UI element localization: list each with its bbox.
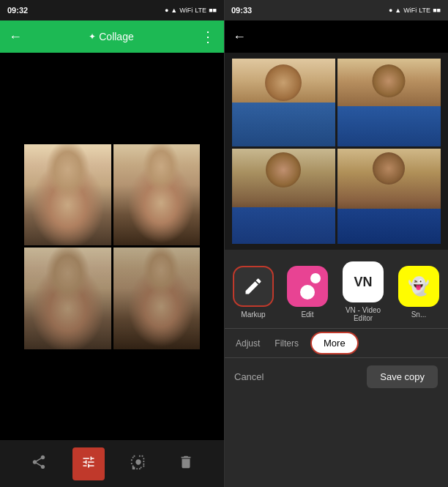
- back-button-left[interactable]: ←: [9, 29, 22, 45]
- focus-button[interactable]: [124, 448, 152, 480]
- collage-grid: [24, 144, 200, 349]
- back-button-right[interactable]: ←: [233, 29, 246, 45]
- phone-divider: [224, 0, 225, 487]
- status-bar-right: 09:33 ● ▲ WiFi LTE ■■: [224, 0, 448, 21]
- time-right: 09:33: [231, 6, 252, 15]
- markup-icon: [233, 266, 274, 307]
- top-bar-right: ←: [224, 21, 448, 53]
- photo-bottom-right: [337, 149, 441, 244]
- tab-adjust[interactable]: Adjust: [233, 334, 263, 353]
- photo-cell-tr: [113, 144, 201, 246]
- save-copy-button[interactable]: Save copy: [367, 365, 438, 388]
- photo-grid-left: [0, 53, 224, 440]
- vn-icon: VN: [343, 261, 384, 302]
- time-left: 09:32: [7, 6, 28, 15]
- edit-label: Edit: [301, 311, 313, 319]
- delete-button[interactable]: [172, 448, 200, 480]
- cancel-button[interactable]: Cancel: [234, 371, 264, 382]
- tab-more[interactable]: More: [310, 332, 359, 354]
- photo-row-top: [232, 59, 441, 146]
- status-icons-left: ● ▲ WiFi LTE ■■: [165, 7, 217, 14]
- collage-plus-icon: ✦: [89, 31, 96, 42]
- more-menu-icon-left[interactable]: ⋮: [201, 28, 215, 45]
- top-bar-left: ← ✦ Collage ⋮: [0, 21, 224, 53]
- app-edit[interactable]: Edit: [287, 266, 328, 319]
- share-sheet: Markup Edit VN VN - Video Editor 👻: [224, 250, 448, 487]
- adjust-button[interactable]: [72, 447, 105, 480]
- snap-label: Sn...: [411, 311, 427, 319]
- bottom-bar-left: [0, 440, 224, 487]
- photo-bottom-left: [232, 149, 335, 244]
- photo-grid-right: [224, 53, 448, 250]
- photo-cell-tl: [24, 144, 111, 246]
- status-bar-left: 09:32 ● ▲ WiFi LTE ■■: [0, 0, 224, 21]
- photo-row-bottom: [232, 149, 441, 244]
- status-icons-right: ● ▲ WiFi LTE ■■: [389, 7, 441, 14]
- photo-top-left: [232, 59, 335, 146]
- photo-top-right: [337, 59, 441, 146]
- share-apps-row: Markup Edit VN VN - Video Editor 👻: [224, 250, 448, 328]
- photo-cell-bl: [24, 248, 111, 349]
- app-vn[interactable]: VN VN - Video Editor: [341, 261, 385, 322]
- markup-label: Markup: [241, 311, 265, 319]
- app-markup[interactable]: Markup: [233, 266, 274, 319]
- collage-label: ✦ Collage: [89, 31, 133, 42]
- share-tabs-row: Adjust Filters More: [224, 328, 448, 357]
- collage-text: Collage: [99, 31, 133, 42]
- vn-label: VN - Video Editor: [341, 306, 385, 322]
- tab-filters[interactable]: Filters: [272, 334, 302, 353]
- photo-cell-br: [113, 248, 201, 349]
- phone-left: 09:32 ● ▲ WiFi LTE ■■ ← ✦ Collage ⋮: [0, 0, 224, 487]
- edit-icon: [287, 266, 328, 307]
- app-snap[interactable]: 👻 Sn...: [398, 266, 439, 319]
- share-bottom-row: Cancel Save copy: [224, 357, 448, 395]
- share-button[interactable]: [25, 448, 53, 480]
- phone-right: 09:33 ● ▲ WiFi LTE ■■ ←: [224, 0, 448, 487]
- snap-icon: 👻: [398, 266, 439, 307]
